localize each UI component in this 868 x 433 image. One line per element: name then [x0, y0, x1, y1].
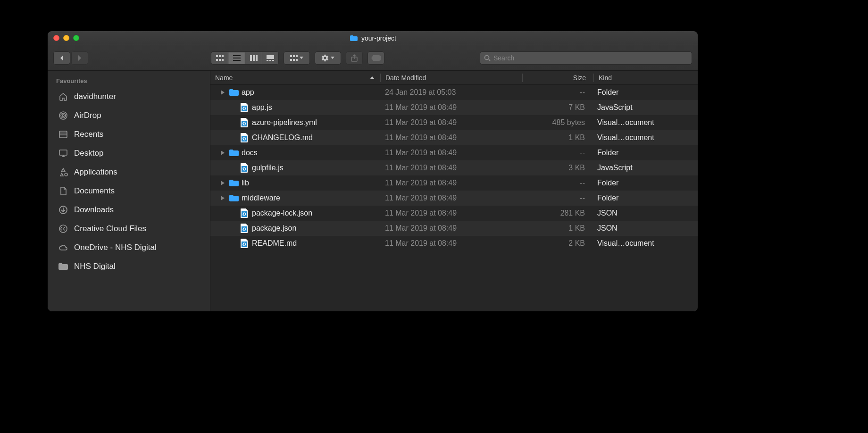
- file-size: --: [522, 179, 593, 187]
- folder-icon: [229, 88, 239, 97]
- back-button[interactable]: [53, 51, 70, 65]
- chevron-down-icon: [300, 57, 303, 59]
- file-date: 11 Mar 2019 at 08:49: [380, 133, 522, 142]
- file-size: 2 KB: [522, 239, 593, 248]
- view-gallery-button[interactable]: [262, 51, 279, 65]
- sort-asc-icon: [370, 76, 375, 79]
- sidebar: Favourites davidhunterAirDropRecentsDesk…: [48, 71, 210, 311]
- svg-point-25: [61, 113, 66, 118]
- file-date: 11 Mar 2019 at 08:49: [380, 239, 522, 248]
- file-name: lib: [242, 179, 249, 187]
- file-row[interactable]: app.js11 Mar 2019 at 08:497 KBJavaScript: [210, 100, 698, 115]
- minimize-button[interactable]: [63, 35, 69, 41]
- sidebar-item[interactable]: Recents: [48, 125, 210, 144]
- svg-rect-20: [293, 59, 295, 61]
- sidebar-item[interactable]: NHS Digital: [48, 257, 210, 276]
- close-button[interactable]: [53, 35, 59, 41]
- apps-icon: [58, 167, 68, 177]
- file-row[interactable]: README.md11 Mar 2019 at 08:492 KBVisual……: [210, 236, 698, 251]
- search-input[interactable]: [493, 54, 688, 62]
- file-list[interactable]: app24 Jan 2019 at 05:03--Folderapp.js11 …: [210, 85, 698, 311]
- file-date: 11 Mar 2019 at 08:49: [380, 194, 522, 202]
- svg-rect-5: [222, 59, 224, 61]
- traffic-lights: [53, 35, 79, 41]
- folder-icon: [229, 178, 239, 188]
- share-button[interactable]: [346, 51, 363, 65]
- disclosure-triangle-icon[interactable]: [219, 194, 226, 202]
- sidebar-item-label: Desktop: [74, 149, 103, 158]
- file-name: docs: [242, 149, 258, 157]
- file-icon: [240, 118, 249, 127]
- column-size[interactable]: Size: [523, 74, 593, 82]
- file-icon: [240, 163, 249, 173]
- finder-window: your-project: [47, 31, 698, 312]
- disclosure-triangle-icon[interactable]: [219, 149, 226, 157]
- sidebar-item-label: AirDrop: [74, 111, 101, 120]
- search-box[interactable]: [480, 51, 692, 65]
- file-date: 11 Mar 2019 at 08:49: [380, 103, 522, 112]
- svg-rect-4: [219, 59, 221, 61]
- file-name: README.md: [252, 239, 297, 248]
- file-name: middleware: [242, 194, 280, 202]
- file-row[interactable]: middleware11 Mar 2019 at 08:49--Folder: [210, 191, 698, 206]
- sidebar-item[interactable]: OneDrive - NHS Digital: [48, 238, 210, 257]
- downloads-icon: [58, 205, 68, 215]
- file-name: package.json: [252, 224, 296, 233]
- svg-point-24: [62, 115, 64, 117]
- sidebar-item[interactable]: davidhunter: [48, 87, 210, 106]
- sidebar-item[interactable]: Documents: [48, 182, 210, 200]
- file-row[interactable]: CHANGELOG.md11 Mar 2019 at 08:491 KBVisu…: [210, 130, 698, 145]
- svg-rect-12: [267, 55, 274, 59]
- folder-icon: [58, 261, 68, 272]
- view-list-button[interactable]: [228, 51, 245, 65]
- view-columns-button[interactable]: [245, 51, 262, 65]
- sidebar-item[interactable]: Creative Cloud Files: [48, 219, 210, 238]
- documents-icon: [58, 186, 68, 196]
- disclosure-triangle-icon[interactable]: [219, 89, 226, 96]
- sidebar-item-label: Recents: [74, 130, 103, 139]
- sidebar-item[interactable]: Applications: [48, 163, 210, 182]
- file-size: --: [522, 194, 593, 202]
- file-name: app: [242, 88, 254, 97]
- svg-rect-0: [216, 55, 218, 57]
- file-row[interactable]: azure-pipelines.yml11 Mar 2019 at 08:494…: [210, 115, 698, 130]
- sidebar-item-label: Downloads: [74, 205, 114, 215]
- file-kind: Folder: [593, 149, 698, 157]
- tags-button[interactable]: [367, 51, 384, 65]
- sidebar-item[interactable]: AirDrop: [48, 106, 210, 125]
- airdrop-icon: [58, 110, 68, 121]
- file-icon: [240, 133, 249, 142]
- file-icon: [240, 239, 249, 248]
- sidebar-item[interactable]: Downloads: [48, 200, 210, 219]
- file-row[interactable]: package-lock.json11 Mar 2019 at 08:49281…: [210, 206, 698, 221]
- file-row[interactable]: package.json11 Mar 2019 at 08:491 KBJSON: [210, 221, 698, 236]
- home-icon: [58, 92, 68, 102]
- file-row[interactable]: docs11 Mar 2019 at 08:49--Folder: [210, 145, 698, 160]
- file-size: 7 KB: [522, 103, 593, 112]
- search-icon: [484, 55, 491, 61]
- svg-rect-6: [233, 55, 241, 56]
- file-row[interactable]: app24 Jan 2019 at 05:03--Folder: [210, 85, 698, 100]
- file-row[interactable]: lib11 Mar 2019 at 08:49--Folder: [210, 175, 698, 191]
- window-title: your-project: [349, 33, 396, 43]
- sidebar-item-label: Applications: [74, 167, 117, 177]
- column-name[interactable]: Name: [210, 74, 380, 82]
- forward-button[interactable]: [71, 51, 88, 65]
- chevron-down-icon: [331, 57, 334, 59]
- file-row[interactable]: gulpfile.js11 Mar 2019 at 08:493 KBJavaS…: [210, 160, 698, 175]
- column-kind[interactable]: Kind: [594, 74, 698, 82]
- column-headers: Name Date Modified Size Kind: [210, 71, 698, 85]
- disclosure-triangle-icon[interactable]: [219, 179, 226, 187]
- group-by-button[interactable]: [284, 51, 310, 65]
- file-date: 11 Mar 2019 at 08:49: [380, 164, 522, 172]
- column-date[interactable]: Date Modified: [381, 74, 522, 82]
- desktop-icon: [58, 148, 68, 158]
- action-button[interactable]: [315, 51, 341, 65]
- file-kind: Folder: [593, 88, 698, 97]
- maximize-button[interactable]: [73, 35, 79, 41]
- view-icons-button[interactable]: [211, 51, 228, 65]
- file-kind: Visual…ocument: [593, 118, 698, 127]
- sidebar-item[interactable]: Desktop: [48, 144, 210, 163]
- file-icon: [240, 224, 249, 233]
- svg-rect-7: [233, 58, 241, 58]
